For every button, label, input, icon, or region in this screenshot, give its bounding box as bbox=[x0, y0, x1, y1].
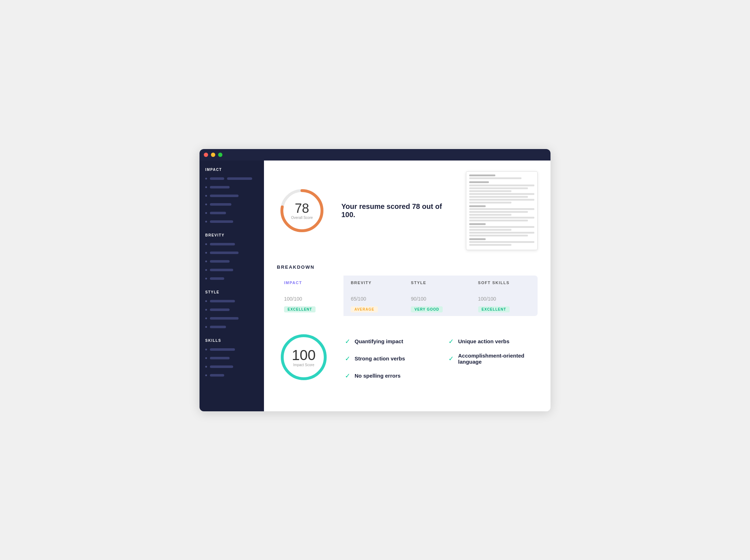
bullet-icon bbox=[205, 300, 207, 302]
list-item[interactable] bbox=[205, 210, 258, 216]
check-no-spelling: ✓ No spelling errors bbox=[345, 372, 434, 380]
check-icon: ✓ bbox=[345, 338, 350, 345]
bullet-icon bbox=[205, 269, 207, 271]
resume-line bbox=[469, 190, 511, 192]
resume-line bbox=[469, 217, 534, 219]
check-accomplishment: ✓ Accomplishment-oriented language bbox=[448, 353, 538, 365]
overall-score-ring: 78 Overall Score bbox=[277, 186, 327, 236]
bullet-icon bbox=[205, 366, 207, 368]
soft-skills-badge: EXCELLENT bbox=[478, 306, 510, 312]
check-text-quantifying: Quantifying impact bbox=[355, 338, 403, 344]
list-item[interactable] bbox=[205, 298, 258, 304]
list-item[interactable] bbox=[205, 275, 258, 282]
list-item[interactable] bbox=[205, 218, 258, 225]
bullet-icon bbox=[205, 260, 207, 262]
col-header-style: STYLE bbox=[404, 276, 471, 290]
sidebar-item-bar bbox=[210, 260, 230, 263]
bullet-icon bbox=[205, 186, 207, 188]
sidebar-item-bar bbox=[210, 277, 224, 280]
list-item[interactable] bbox=[205, 355, 258, 361]
list-item[interactable] bbox=[205, 306, 258, 313]
resume-line bbox=[469, 211, 528, 213]
soft-skills-score: 100/100 bbox=[478, 293, 530, 303]
brevity-badge: AVERAGE bbox=[351, 306, 378, 312]
resume-line bbox=[469, 174, 495, 176]
list-item[interactable] bbox=[205, 267, 258, 273]
list-item[interactable] bbox=[205, 258, 258, 264]
bullet-icon bbox=[205, 221, 207, 222]
list-item[interactable] bbox=[205, 324, 258, 330]
check-text-unique-verbs: Unique action verbs bbox=[458, 338, 509, 344]
resume-line bbox=[469, 199, 534, 201]
app-window: IMPACT BREVITY STYLE bbox=[199, 149, 551, 411]
resume-line bbox=[469, 241, 534, 243]
brevity-score: 65/100 bbox=[351, 293, 396, 303]
score-headline: Your resume scored 78 out of 100. bbox=[341, 202, 452, 219]
overall-score-label: Overall Score bbox=[291, 215, 313, 219]
sidebar-item-bar bbox=[210, 374, 224, 377]
breakdown-cell-brevity: 65/100 AVERAGE bbox=[343, 290, 404, 316]
sidebar-item-bar bbox=[210, 326, 226, 328]
resume-line bbox=[469, 181, 489, 183]
check-icon: ✓ bbox=[448, 355, 454, 363]
col-header-brevity: BREVITY bbox=[343, 276, 404, 290]
bullet-icon bbox=[205, 243, 207, 245]
sidebar-item-bar bbox=[210, 300, 235, 302]
bullet-icon bbox=[205, 317, 207, 319]
sidebar-impact-title: IMPACT bbox=[205, 168, 258, 172]
sidebar-item-bar bbox=[210, 308, 230, 311]
list-item[interactable] bbox=[205, 241, 258, 247]
close-button[interactable] bbox=[204, 153, 208, 157]
list-item[interactable] bbox=[205, 315, 258, 321]
resume-line bbox=[469, 226, 534, 228]
impact-detail-section: 100 Impact Score ✓ Quantifying impact ✓ … bbox=[277, 330, 538, 384]
sidebar-item-bar bbox=[210, 348, 235, 351]
resume-line bbox=[469, 208, 534, 210]
bullet-icon bbox=[205, 204, 207, 205]
sidebar-section-skills: SKILLS bbox=[199, 339, 264, 378]
check-icon: ✓ bbox=[345, 372, 350, 380]
list-item[interactable] bbox=[205, 201, 258, 207]
resume-line bbox=[469, 202, 511, 204]
style-score: 90/100 bbox=[411, 293, 463, 303]
list-item[interactable] bbox=[205, 184, 258, 190]
check-icon: ✓ bbox=[448, 338, 454, 345]
check-text-accomplishment: Accomplishment-oriented language bbox=[458, 353, 538, 365]
impact-badge: EXCELLENT bbox=[284, 306, 316, 312]
resume-line bbox=[469, 214, 511, 216]
overall-score-value: 78 bbox=[291, 202, 313, 215]
minimize-button[interactable] bbox=[211, 153, 215, 157]
sidebar-item-bar bbox=[210, 203, 231, 206]
list-item[interactable] bbox=[205, 372, 258, 378]
list-item[interactable] bbox=[205, 192, 258, 199]
sidebar-section-brevity: BREVITY bbox=[199, 233, 264, 282]
titlebar bbox=[199, 149, 551, 161]
resume-line bbox=[469, 205, 486, 207]
list-item[interactable] bbox=[205, 249, 258, 256]
resume-line bbox=[469, 223, 486, 225]
sidebar-item-bar bbox=[210, 252, 239, 254]
list-item[interactable] bbox=[205, 346, 258, 353]
maximize-button[interactable] bbox=[218, 153, 222, 157]
sidebar-item-bar bbox=[210, 357, 230, 359]
check-icon: ✓ bbox=[345, 355, 350, 363]
resume-line bbox=[469, 185, 534, 186]
list-item[interactable] bbox=[205, 175, 258, 182]
bullet-icon bbox=[205, 326, 207, 328]
sidebar-item-bar bbox=[210, 212, 226, 214]
bullet-icon bbox=[205, 178, 207, 180]
list-item[interactable] bbox=[205, 363, 258, 370]
score-section: 78 Overall Score Your resume scored 78 o… bbox=[277, 171, 538, 250]
sidebar-item-bar bbox=[210, 195, 239, 197]
bullet-icon bbox=[205, 212, 207, 214]
resume-line bbox=[469, 220, 528, 221]
bullet-icon bbox=[205, 374, 207, 376]
sidebar-item-bar bbox=[210, 186, 230, 188]
sidebar: IMPACT BREVITY STYLE bbox=[199, 161, 264, 411]
sidebar-item-bar bbox=[210, 317, 239, 320]
main-layout: IMPACT BREVITY STYLE bbox=[199, 161, 551, 411]
breakdown-title: BREAKDOWN bbox=[277, 264, 538, 270]
impact-circle-center: 100 Impact Score bbox=[292, 348, 316, 367]
resume-line bbox=[469, 235, 528, 236]
impact-score: 100/100 bbox=[284, 293, 336, 303]
